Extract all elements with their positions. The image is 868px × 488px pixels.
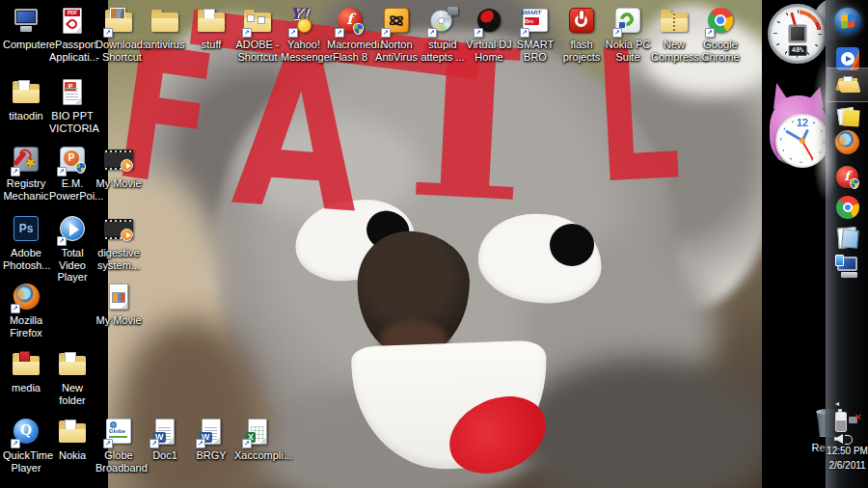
desktop-icon-label: flash projects <box>558 39 605 63</box>
folderred-icon <box>10 349 42 380</box>
desktop-icon-label: BIO PPT VICTORIA <box>49 110 95 134</box>
volume-icon[interactable] <box>834 434 843 444</box>
desktop-icon-my-movie-1[interactable]: My Movie <box>95 145 142 190</box>
desktop-icon-label: Registry Mechanic <box>3 177 49 202</box>
desktop-icon-label: media <box>12 382 41 394</box>
taskbar-button-chrome[interactable] <box>834 194 861 221</box>
desktop-icon-brgy[interactable]: W↗BRGY <box>188 417 234 462</box>
taskbar-button-sticky-notes[interactable] <box>834 102 861 129</box>
exceldoc-icon: X↗ <box>241 417 274 447</box>
folderdoc-icon <box>10 77 42 108</box>
desktop-icon-label: My Movie <box>95 314 141 327</box>
desktop-icon-label: Mozilla Firefox <box>3 314 49 339</box>
desktop-icon-yahoo-messenger[interactable]: Y!↗Yahoo! Messenger <box>281 6 327 63</box>
desktop-icon-globe-broadband[interactable]: Globe↗Globe Broadband <box>95 417 142 474</box>
desktop-icon-titaodin[interactable]: titaodin <box>3 77 49 122</box>
shortcut-arrow-icon: ↗ <box>149 439 159 448</box>
desktop-icon-em-powerpoint[interactable]: P↗E.M. PowerPoi... <box>49 145 95 202</box>
firefox-icon: ↗ <box>10 282 42 312</box>
mmdoc-icon <box>102 282 135 312</box>
desktop-icon-label: Computer <box>3 39 49 51</box>
desktop-icon-my-movie-2[interactable]: My Movie <box>95 282 142 327</box>
desktop-icon-nokia[interactable]: Nokia <box>49 417 95 462</box>
cdapp-icon: ↗ <box>426 6 459 37</box>
desktop-icon-norton-antivirus[interactable]: ↗Norton AntiVirus <box>373 6 420 63</box>
desktop-icon-bio-ppt-victoria[interactable]: PBIO PPT VICTORIA <box>49 77 95 134</box>
desktop-icon-virtual-dj-home[interactable]: ↗Virtual DJ Home <box>466 6 512 63</box>
desktop-icon-label: Norton AntiVirus <box>373 39 420 63</box>
worddoc-icon: W↗ <box>195 417 228 447</box>
shortcut-arrow-icon: ↗ <box>335 28 344 38</box>
computer-icon <box>10 6 42 37</box>
flash8-icon: f↗ <box>334 6 366 37</box>
taskbar-button-start[interactable] <box>834 8 861 35</box>
battery-icon[interactable] <box>835 412 847 432</box>
desktop-icon-total-video-player[interactable]: ↗Total Video Player <box>49 214 95 284</box>
painted-pupil-right <box>550 224 594 266</box>
taskbar-button-pc-network[interactable] <box>834 253 861 280</box>
desktop-icon-label: Nokia <box>59 449 86 462</box>
desktop-icon-antivirus[interactable]: antivirus <box>142 6 188 51</box>
desktop-icon-nokia-pc-suite[interactable]: ↗Nokia PC Suite <box>605 6 651 63</box>
tools-icon: ↗ <box>10 145 42 176</box>
pdfdoc-icon: PDF <box>56 6 89 37</box>
desktop-icon-new-folder[interactable]: New folder <box>49 349 95 406</box>
desktop-icon-stuff[interactable]: stuff <box>188 6 234 51</box>
taskbar-button-windows-explorer[interactable] <box>834 71 861 98</box>
desktop-icon-computer[interactable]: Computer <box>3 6 49 51</box>
desktop-icon-label: digestive system... <box>95 247 142 271</box>
desktop-icon-adobe-photoshop[interactable]: PsAdobe Photosh... <box>3 214 49 271</box>
desktop-icon-epassport[interactable]: PDFePassport Applicati... <box>49 6 95 63</box>
smartbro-icon: SMARTBro↗ <box>519 6 552 37</box>
desktop-icon-label: Yahoo! Messenger <box>281 39 327 63</box>
shortcut-arrow-icon: ↗ <box>612 28 622 38</box>
shortcut-arrow-icon: ↗ <box>242 28 252 38</box>
desktop-icon-label: Downloads - Shortcut <box>95 39 142 63</box>
desktop-icon-google-chrome[interactable]: ↗Google Chrome <box>697 6 744 63</box>
desktop-icon-xaccompli[interactable]: X↗Xaccompli... <box>234 417 281 462</box>
cpu-gauge-icon: 48% <box>768 4 827 64</box>
desktop-icon-mozilla-firefox[interactable]: ↗Mozilla Firefox <box>3 282 49 339</box>
desktop-icon-label: stupid attepts ... <box>420 39 466 63</box>
desktop-icon-label: Adobe Photosh... <box>3 247 49 271</box>
desktop-icon-downloads-shortcut[interactable]: ↗Downloads - Shortcut <box>95 6 142 63</box>
folder-icon <box>149 6 181 37</box>
desktop-icon-label: Virtual DJ Home <box>466 39 512 63</box>
volume-wave-icon <box>845 435 853 445</box>
show-hidden-icons-arrow[interactable]: ◂ <box>835 399 839 408</box>
worddoc-icon: W↗ <box>149 417 181 447</box>
norton-icon: ↗ <box>380 6 413 37</box>
desktop-icon-stupid-attepts[interactable]: ↗stupid attepts ... <box>420 6 466 63</box>
pc-network-icon <box>834 253 861 280</box>
desktop-icon-flash-projects[interactable]: flash projects <box>558 6 605 63</box>
desktop-icon-label: Macromedia Flash 8 <box>327 39 373 63</box>
desktop-icon-adobe-shortcut[interactable]: ↗ADOBE - Shortcut <box>234 6 281 63</box>
folderzip-icon <box>658 6 691 37</box>
desktop-icon-doc1[interactable]: W↗Doc1 <box>142 417 188 462</box>
yahoo-icon: Y!↗ <box>287 6 320 37</box>
taskbar-button-notepad[interactable] <box>834 224 861 251</box>
folderimg-icon: ↗ <box>102 6 135 37</box>
desktop-icon-media[interactable]: media <box>3 349 49 394</box>
taskbar[interactable]: f ◂ ✕ 12:50 PM 2/6/2011 <box>826 0 868 488</box>
shortcut-arrow-icon: ↗ <box>196 439 205 448</box>
folderdoc-icon <box>56 417 89 447</box>
desktop-icon-new-compressed[interactable]: New Compress... <box>651 6 697 63</box>
filmclip-icon <box>102 145 135 176</box>
desktop-icon-registry-mechanic[interactable]: ↗Registry Mechanic <box>3 145 49 202</box>
tray-clock-date[interactable]: 2/6/2011 <box>827 460 868 471</box>
tray-clock-time[interactable]: 12:50 PM <box>827 446 868 456</box>
desktop-icon-macromedia-flash-8[interactable]: f↗Macromedia Flash 8 <box>327 6 373 63</box>
desktop-icon-smart-bro[interactable]: SMARTBro↗SMART BRO <box>512 6 558 63</box>
network-disconnected-icon[interactable]: ✕ <box>849 415 860 425</box>
desktop-icon-digestive-system[interactable]: digestive system... <box>95 214 142 271</box>
taskbar-button-flash[interactable]: f <box>834 164 861 191</box>
desktop-icon-label: titaodin <box>9 110 42 122</box>
desktop-icon-label: SMART BRO <box>512 39 558 63</box>
adobefold-icon: ↗ <box>241 6 274 37</box>
desktop-icon-quicktime-player[interactable]: Q↗QuickTime Player <box>3 417 49 474</box>
cpu-usage-readout: 48% <box>789 45 807 56</box>
taskbar-button-firefox[interactable] <box>834 129 861 156</box>
shortcut-arrow-icon: ↗ <box>57 236 67 246</box>
filmclip-icon <box>102 214 135 245</box>
